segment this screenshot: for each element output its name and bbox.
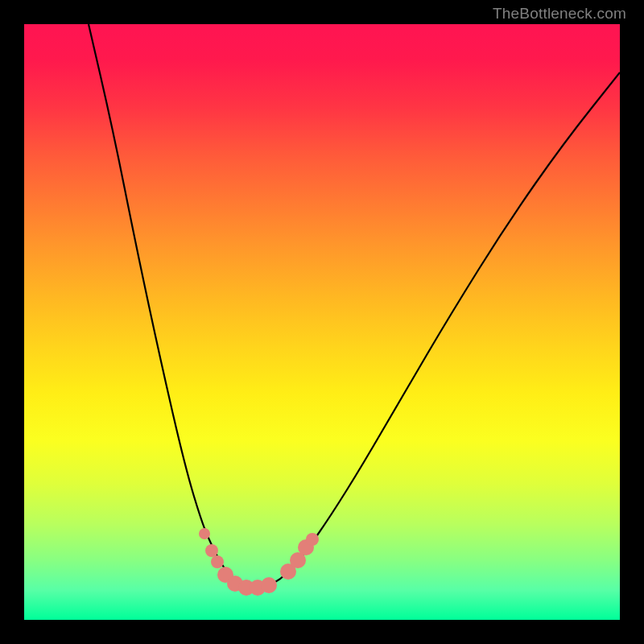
data-marker <box>306 533 319 546</box>
data-marker <box>211 555 224 568</box>
data-marker <box>261 577 277 593</box>
watermark-text: TheBottleneck.com <box>493 5 626 23</box>
marker-group <box>199 528 319 596</box>
bottleneck-curve <box>89 24 620 588</box>
chart-svg <box>24 24 620 620</box>
data-marker <box>205 544 218 557</box>
data-marker <box>199 528 210 539</box>
plot-area <box>24 24 620 620</box>
